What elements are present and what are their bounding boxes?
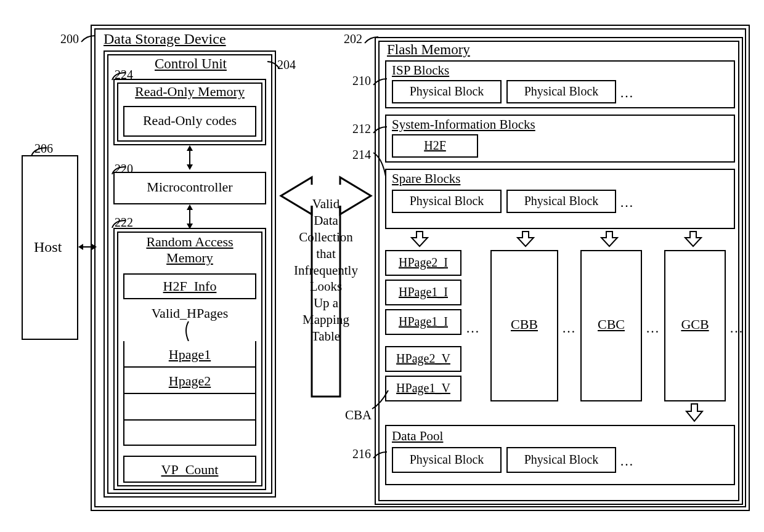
empty-row-1	[123, 394, 256, 421]
rom-micro-arrow	[184, 145, 196, 170]
svg-marker-5	[187, 164, 193, 170]
svg-marker-9	[412, 232, 428, 246]
leader-214	[372, 151, 389, 179]
dp-dots: …	[620, 453, 633, 469]
svg-marker-12	[685, 232, 701, 246]
dots-cbc: …	[646, 320, 659, 336]
spare-pb2-label: Physical Block	[506, 194, 616, 208]
leader-200	[80, 34, 99, 47]
hpage1: Hpage1	[123, 347, 256, 363]
cba-label: CBA	[345, 408, 372, 423]
spare-title: Spare Blocks	[392, 171, 460, 187]
rom-codes: Read-Only codes	[123, 113, 256, 129]
dots-cbb: …	[562, 320, 575, 336]
cbb-label: CBB	[490, 316, 558, 332]
arrow-gcb-datapool	[685, 404, 704, 422]
dp-pb2-label: Physical Block	[506, 453, 616, 467]
leader-cba	[371, 389, 392, 411]
leader-216	[372, 451, 389, 462]
arrow-spare-cbc	[600, 232, 619, 248]
svg-marker-1	[78, 244, 83, 250]
hpage2: Hpage2	[123, 373, 256, 389]
h2f-info: H2F_Info	[123, 278, 256, 294]
dots-gcb: …	[729, 320, 743, 336]
gcb-label: GCB	[664, 316, 726, 332]
leader-210	[372, 78, 389, 89]
spare-pb1-label: Physical Block	[392, 194, 502, 208]
svg-marker-2	[92, 244, 97, 250]
ref-210: 210	[352, 74, 371, 88]
leader-valid-hpages	[182, 321, 195, 342]
ref-202: 202	[344, 32, 362, 46]
cba-p2-lbl: HPage1_I	[385, 315, 461, 329]
isp-pb2-label: Physical Block	[506, 84, 616, 99]
isp-dots: …	[620, 85, 633, 101]
ref-200: 200	[60, 32, 79, 46]
dp-pb1-label: Physical Block	[392, 453, 502, 467]
rom-title: Read-Only Memory	[129, 84, 250, 100]
dots-cba: …	[466, 320, 479, 336]
sysinfo-title: System-Information Blocks	[392, 117, 535, 132]
control-unit-title: Control Unit	[155, 56, 227, 72]
arrow-spare-cbb	[516, 232, 535, 248]
leader-202	[364, 36, 381, 47]
diagram-canvas: 206 Host Data Storage Device 200 Control…	[0, 0, 764, 532]
svg-marker-10	[518, 232, 534, 246]
spare-dots: …	[620, 195, 633, 211]
svg-marker-13	[686, 404, 702, 421]
valid-hpages: Valid_HPages	[123, 305, 256, 321]
leader-212	[372, 126, 389, 137]
leader-204	[266, 60, 285, 71]
cbc-label: CBC	[580, 316, 642, 332]
ref-214: 214	[352, 148, 371, 162]
svg-marker-4	[187, 145, 193, 151]
vp-count: VP_Count	[123, 462, 256, 478]
isp-pb1-label: Physical Block	[392, 84, 502, 99]
h2f-label: H2F	[392, 139, 478, 153]
host-label: Host	[34, 239, 62, 256]
micro-ram-arrow	[184, 204, 196, 229]
big-arrow-text: Valid Data Collection that Infrequently …	[283, 196, 368, 345]
ref-212: 212	[352, 122, 371, 136]
microcontroller: Microcontroller	[113, 179, 266, 195]
data-pool-title: Data Pool	[392, 429, 443, 444]
arrow-spare-cba	[410, 232, 429, 248]
ram-title: Random Access Memory	[113, 234, 266, 266]
svg-marker-7	[187, 204, 193, 210]
svg-marker-11	[601, 232, 617, 246]
isp-title: ISP Blocks	[392, 63, 449, 78]
arrow-spare-gcb	[684, 232, 702, 248]
cba-p4-lbl: HPage1_V	[385, 381, 461, 395]
device-title: Data Storage Device	[104, 31, 226, 47]
cba-p3-lbl: HPage2_V	[385, 352, 461, 366]
flash-title: Flash Memory	[387, 42, 470, 58]
ref-216: 216	[352, 447, 371, 461]
host-device-arrow	[78, 241, 97, 253]
cba-p1-lbl: HPage1_I	[385, 285, 461, 299]
cba-p0-lbl: HPage2_I	[385, 256, 461, 270]
